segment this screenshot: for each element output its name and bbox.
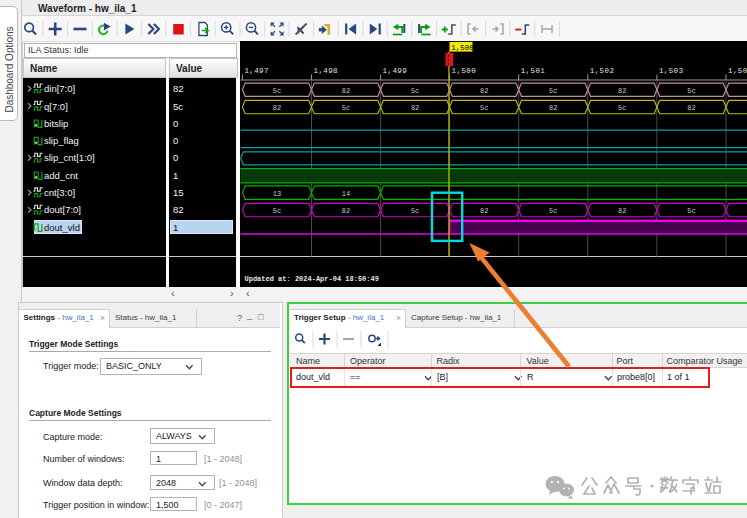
svg-text:82: 82 <box>480 86 488 94</box>
svg-text:Updated at: 2024-Apr-04 18:50:: Updated at: 2024-Apr-04 18:50:49 <box>245 274 379 282</box>
svg-text:5c: 5c <box>342 104 350 112</box>
svg-text:82: 82 <box>549 104 557 112</box>
svg-text:5c: 5c <box>411 86 419 94</box>
svg-text:82: 82 <box>342 207 350 215</box>
svg-text:82: 82 <box>411 104 419 112</box>
svg-text:1,500: 1,500 <box>452 66 477 74</box>
svg-text:5c: 5c <box>549 207 557 215</box>
svg-text:82: 82 <box>273 104 281 112</box>
svg-text:82: 82 <box>687 104 695 112</box>
svg-text:1,499: 1,499 <box>383 66 408 74</box>
svg-text:1,502: 1,502 <box>590 66 615 74</box>
svg-text:1,504: 1,504 <box>728 66 747 74</box>
svg-text:82: 82 <box>342 86 350 94</box>
svg-text:1,503: 1,503 <box>659 66 684 74</box>
svg-text:14: 14 <box>342 189 350 197</box>
svg-text:82: 82 <box>618 86 626 94</box>
svg-text:1,497: 1,497 <box>244 66 269 74</box>
svg-text:5c: 5c <box>549 86 557 94</box>
svg-text:5c: 5c <box>687 207 695 215</box>
svg-text:5c: 5c <box>273 86 281 94</box>
svg-text:1,500: 1,500 <box>451 43 474 51</box>
svg-text:5c: 5c <box>480 104 488 112</box>
svg-text:5c: 5c <box>687 86 695 94</box>
svg-text:13: 13 <box>273 189 281 197</box>
svg-text:5c: 5c <box>411 207 419 215</box>
svg-text:82: 82 <box>480 207 488 215</box>
svg-text:1,501: 1,501 <box>521 66 546 74</box>
svg-text:5c: 5c <box>618 104 626 112</box>
svg-text:5c: 5c <box>273 207 281 215</box>
svg-text:1,498: 1,498 <box>314 66 339 74</box>
svg-text:82: 82 <box>618 207 626 215</box>
